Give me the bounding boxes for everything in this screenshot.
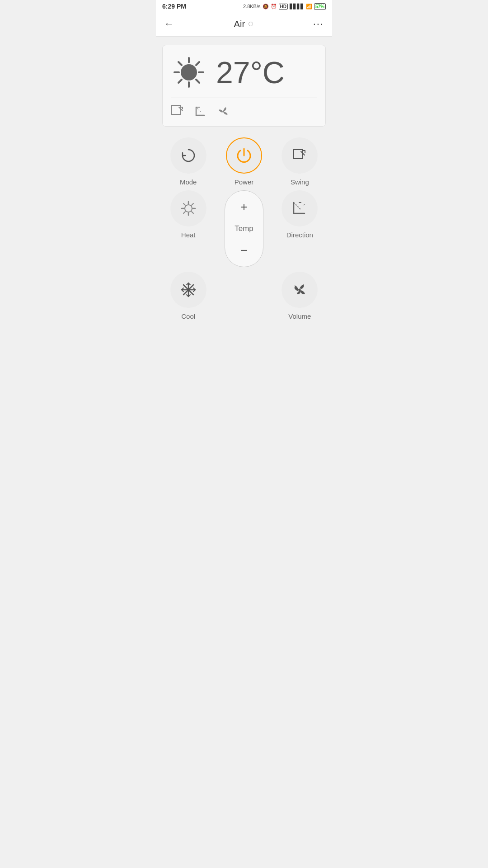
controls-row-1: Mode Power Swing (160, 137, 328, 186)
svg-rect-9 (172, 105, 181, 114)
svg-line-20 (183, 203, 185, 205)
controls-row-3: Cool Volume (160, 272, 328, 320)
power-button[interactable] (226, 137, 262, 174)
svg-point-15 (185, 205, 192, 212)
mute-icon: 🔕 (263, 4, 269, 9)
svg-line-8 (178, 80, 182, 83)
direction-label: Direction (286, 231, 313, 239)
svg-line-7 (196, 62, 199, 65)
page-title: Air (234, 19, 245, 29)
swing-control: Swing (277, 137, 322, 186)
temp-decrease-button[interactable]: − (240, 241, 248, 260)
volume-label: Volume (288, 312, 311, 320)
swing-label: Swing (291, 178, 309, 186)
svg-point-12 (222, 111, 224, 113)
svg-line-25 (303, 204, 305, 206)
mode-icon (180, 147, 197, 164)
heat-button[interactable] (170, 190, 206, 226)
hd-icon: HD (279, 4, 288, 9)
heat-icon (180, 200, 197, 217)
temperature-display: 27°C (216, 57, 285, 88)
status-icons: 2.8KB/s 🔕 ⏰ HD ▋▋▋▋ 📶 57% (243, 3, 326, 10)
direction-control: Direction (277, 190, 322, 239)
alarm-icon: ⏰ (271, 4, 277, 9)
wifi-icon: 📶 (306, 4, 312, 9)
temp-pill[interactable]: + Temp − (225, 190, 263, 267)
swing-button[interactable] (282, 137, 318, 174)
controls-row-2: Heat + Temp − Direction (160, 190, 328, 267)
svg-line-21 (192, 212, 193, 213)
cool-button[interactable] (170, 272, 206, 308)
svg-line-23 (183, 212, 185, 213)
status-indicator (249, 22, 253, 26)
svg-line-11 (196, 107, 201, 112)
volume-icon (291, 281, 308, 298)
status-time: 6:29 PM (162, 3, 186, 10)
battery-icon: 57% (314, 3, 326, 10)
temp-label: Temp (235, 217, 253, 241)
temp-increase-button[interactable]: + (240, 197, 248, 217)
signal-icon: ▋▋▋▋ (290, 4, 304, 9)
heat-control: Heat (166, 190, 211, 239)
header-title: Air (234, 19, 253, 29)
temp-control: + Temp − (221, 190, 267, 267)
back-button[interactable]: ← (164, 18, 174, 30)
mode-control: Mode (166, 137, 211, 186)
power-control: Power (221, 137, 267, 186)
cool-icon (180, 281, 197, 298)
svg-line-22 (192, 203, 193, 205)
network-speed: 2.8KB/s (243, 4, 261, 9)
power-icon (235, 147, 253, 164)
controls-section: Mode Power Swing (156, 127, 332, 329)
direction-button[interactable] (282, 190, 318, 226)
svg-line-5 (178, 62, 182, 65)
power-label: Power (235, 178, 254, 186)
svg-line-24 (294, 203, 301, 210)
weather-bottom (171, 98, 317, 119)
volume-control: Volume (277, 272, 322, 320)
more-menu-button[interactable]: ··· (313, 18, 324, 30)
mini-direction-icon (193, 104, 208, 119)
mode-button[interactable] (170, 137, 206, 174)
volume-button[interactable] (282, 272, 318, 308)
svg-line-6 (196, 80, 199, 83)
mini-swing-icon (171, 104, 185, 119)
svg-rect-13 (294, 150, 303, 159)
mode-label: Mode (180, 178, 197, 186)
weather-top: 27°C (171, 54, 317, 98)
mini-fan-icon (216, 104, 230, 119)
cool-label: Cool (181, 312, 195, 320)
sun-icon (171, 54, 207, 90)
cool-control: Cool (166, 272, 211, 320)
direction-icon (291, 200, 308, 217)
swing-icon (291, 147, 308, 164)
heat-label: Heat (181, 231, 196, 239)
svg-point-0 (181, 64, 197, 80)
weather-card: 27°C (162, 45, 326, 127)
status-bar: 6:29 PM 2.8KB/s 🔕 ⏰ HD ▋▋▋▋ 📶 57% (156, 0, 332, 12)
header: ← Air ··· (156, 12, 332, 37)
